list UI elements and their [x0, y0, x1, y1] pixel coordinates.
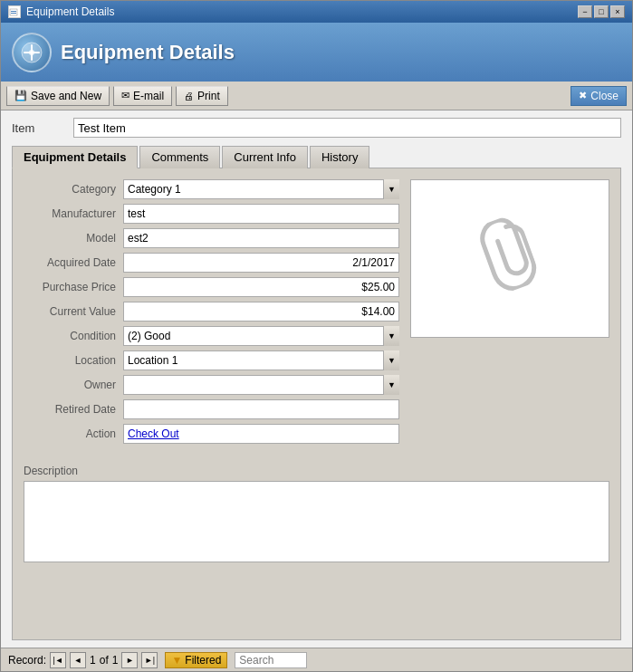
location-select-wrapper: Location 1 Location 2 Location 3 ▼ — [123, 350, 399, 370]
print-icon: 🖨 — [184, 91, 194, 101]
image-box — [410, 179, 609, 338]
item-label: Item — [12, 121, 66, 135]
retired-date-label: Retired Date — [24, 403, 123, 416]
location-label: Location — [24, 354, 123, 367]
location-select[interactable]: Location 1 Location 2 Location 3 — [123, 350, 399, 370]
current-value-row: Current Value — [24, 302, 399, 322]
retired-date-row: Retired Date — [24, 399, 399, 419]
svg-rect-2 — [11, 13, 16, 14]
manufacturer-row: Manufacturer — [24, 204, 399, 224]
save-new-button[interactable]: 💾 Save and New — [6, 86, 110, 106]
model-label: Model — [24, 232, 123, 245]
record-navigation: Record: |◄ ◄ 1 of 1 ► ►| — [8, 652, 158, 668]
close-button[interactable]: ✖ Close — [571, 86, 627, 106]
owner-select[interactable] — [123, 375, 399, 395]
equipment-icon — [12, 33, 52, 72]
condition-select-wrapper: (1) Excellent (2) Good (3) Fair (4) Poor… — [123, 326, 399, 346]
acquired-date-input[interactable] — [123, 253, 399, 273]
category-row: Category Category 1 Category 2 Category … — [24, 179, 399, 199]
title-bar: Equipment Details − □ × — [1, 1, 632, 23]
record-label: Record: — [8, 654, 46, 667]
purchase-price-row: Purchase Price — [24, 277, 399, 297]
nav-last-icon: ►| — [145, 656, 155, 665]
category-select[interactable]: Category 1 Category 2 Category 3 — [123, 179, 399, 199]
purchase-price-input[interactable] — [123, 277, 399, 297]
fields-and-image: Category Category 1 Category 2 Category … — [24, 179, 609, 448]
restore-button[interactable]: □ — [594, 5, 609, 18]
svg-point-4 — [29, 50, 34, 55]
record-of-text: of — [100, 654, 109, 667]
window-close-button[interactable]: × — [610, 5, 625, 18]
action-field: Check Out — [123, 424, 399, 444]
toolbar: 💾 Save and New ✉ E-mail 🖨 Print ✖ Close — [1, 82, 632, 110]
print-label: Print — [197, 90, 220, 102]
item-input[interactable] — [73, 118, 621, 138]
tab-comments[interactable]: Comments — [139, 146, 220, 168]
header-section: Equipment Details — [1, 23, 632, 82]
nav-prev-icon: ◄ — [74, 656, 82, 665]
category-select-wrapper: Category 1 Category 2 Category 3 ▼ — [123, 179, 399, 199]
owner-row: Owner ▼ — [24, 375, 399, 395]
nav-next-icon: ► — [126, 656, 134, 665]
search-input[interactable] — [235, 652, 307, 668]
main-window: Equipment Details − □ × Equipment Detail… — [0, 0, 633, 672]
title-bar-icon — [8, 5, 21, 18]
minimize-button[interactable]: − — [578, 5, 592, 18]
filtered-button[interactable]: ▼ Filtered — [165, 652, 227, 668]
fields-section: Category Category 1 Category 2 Category … — [24, 179, 399, 448]
tab-panel-equipment-details: Category Category 1 Category 2 Category … — [12, 168, 621, 640]
save-new-icon: 💾 — [14, 90, 27, 101]
manufacturer-input[interactable] — [123, 204, 399, 224]
acquired-date-row: Acquired Date — [24, 253, 399, 273]
retired-date-input[interactable] — [123, 399, 399, 419]
tab-current-info[interactable]: Current Info — [222, 146, 308, 168]
nav-last-button[interactable]: ►| — [141, 652, 158, 668]
nav-next-button[interactable]: ► — [121, 652, 138, 668]
email-icon: ✉ — [121, 90, 129, 101]
tab-history[interactable]: History — [310, 146, 369, 168]
model-input[interactable] — [123, 228, 399, 248]
email-button[interactable]: ✉ E-mail — [113, 86, 172, 106]
condition-row: Condition (1) Excellent (2) Good (3) Fai… — [24, 326, 399, 346]
nav-first-icon: |◄ — [53, 656, 62, 665]
toolbar-left: 💾 Save and New ✉ E-mail 🖨 Print — [6, 86, 228, 106]
description-section: Description — [24, 465, 609, 629]
title-bar-left: Equipment Details — [8, 5, 114, 18]
condition-select[interactable]: (1) Excellent (2) Good (3) Fair (4) Poor — [123, 326, 399, 346]
owner-label: Owner — [24, 379, 123, 391]
attachment-icon — [475, 212, 545, 305]
category-label: Category — [24, 183, 123, 196]
header-title: Equipment Details — [61, 41, 235, 64]
action-row: Action Check Out — [24, 424, 399, 444]
print-button[interactable]: 🖨 Print — [176, 86, 228, 106]
current-value-input[interactable] — [123, 302, 399, 322]
acquired-date-label: Acquired Date — [24, 256, 123, 269]
title-bar-text: Equipment Details — [26, 5, 114, 18]
filter-icon: ▼ — [171, 654, 182, 667]
nav-first-button[interactable]: |◄ — [50, 652, 66, 668]
filtered-label: Filtered — [185, 654, 221, 667]
action-label: Action — [24, 427, 123, 440]
description-label: Description — [24, 465, 609, 477]
model-row: Model — [24, 228, 399, 248]
save-new-label: Save and New — [31, 90, 101, 102]
status-bar: Record: |◄ ◄ 1 of 1 ► ►| ▼ Filtered — [1, 648, 632, 671]
description-textarea[interactable] — [24, 481, 609, 562]
close-label: Close — [590, 90, 619, 102]
content-area: Item Equipment Details Comments Current … — [1, 110, 632, 648]
manufacturer-label: Manufacturer — [24, 207, 123, 220]
svg-rect-1 — [11, 11, 16, 12]
close-icon: ✖ — [579, 90, 587, 101]
record-current: 1 — [90, 654, 96, 667]
svg-rect-0 — [10, 9, 17, 15]
check-out-link[interactable]: Check Out — [128, 427, 179, 440]
item-row: Item — [12, 118, 621, 138]
tab-equipment-details[interactable]: Equipment Details — [12, 146, 138, 168]
location-row: Location Location 1 Location 2 Location … — [24, 350, 399, 370]
owner-select-wrapper: ▼ — [123, 375, 399, 395]
condition-label: Condition — [24, 330, 123, 342]
nav-prev-button[interactable]: ◄ — [70, 652, 86, 668]
record-total: 1 — [112, 654, 119, 667]
email-label: E-mail — [133, 90, 164, 102]
purchase-price-label: Purchase Price — [24, 281, 123, 293]
